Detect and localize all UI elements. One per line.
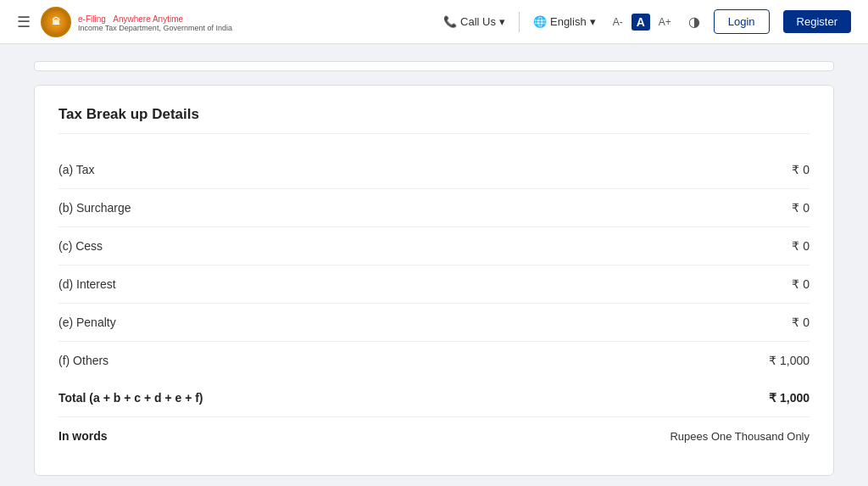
- font-normal-button[interactable]: A: [632, 14, 650, 31]
- navbar: ☰ 🏛 e-Filing Anywhere Anytime Income Tax…: [0, 0, 868, 44]
- tax-row-value: ₹ 0: [792, 163, 810, 176]
- tax-row-value: ₹ 0: [792, 277, 810, 291]
- navbar-left: ☰ 🏛 e-Filing Anywhere Anytime Income Tax…: [17, 7, 430, 37]
- total-value: ₹ 1,000: [769, 391, 810, 405]
- navbar-right: 📞 Call Us ▾ 🌐 English ▾ A- A A+ ◑ Login …: [443, 9, 851, 34]
- hamburger-icon[interactable]: ☰: [17, 13, 31, 31]
- logo-emblem: 🏛: [41, 7, 71, 37]
- logo-subtitle: Income Tax Department, Government of Ind…: [78, 25, 232, 33]
- total-label: Total (a + b + c + d + e + f): [58, 391, 203, 405]
- tax-row-value: ₹ 0: [792, 316, 810, 329]
- logo-efiling-text: e-Filing Anywhere Anytime: [78, 10, 232, 25]
- login-button[interactable]: Login: [714, 9, 770, 34]
- tax-row: (f) Others₹ 1,000: [58, 342, 810, 379]
- call-us-chevron: ▾: [499, 15, 505, 28]
- register-button[interactable]: Register: [783, 10, 851, 33]
- tax-words-row: In words Rupees One Thousand Only: [58, 417, 810, 455]
- tax-row-label: (c) Cess: [58, 239, 103, 253]
- contrast-button[interactable]: ◑: [688, 14, 700, 30]
- tax-breakup-card: Tax Break up Details (a) Tax₹ 0(b) Surch…: [34, 85, 834, 476]
- call-us-button[interactable]: 📞 Call Us ▾: [443, 15, 505, 28]
- main-content: Tax Break up Details (a) Tax₹ 0(b) Surch…: [0, 44, 868, 486]
- font-increase-button[interactable]: A+: [655, 14, 675, 30]
- tax-row-label: (f) Others: [58, 354, 108, 367]
- font-controls: A- A A+: [609, 14, 675, 31]
- tax-total-row: Total (a + b + c + d + e + f) ₹ 1,000: [58, 379, 810, 417]
- logo-text: e-Filing Anywhere Anytime Income Tax Dep…: [78, 10, 232, 33]
- tax-row-label: (b) Surcharge: [58, 201, 131, 215]
- phone-icon: 📞: [443, 15, 457, 28]
- tax-row-label: (d) Interest: [58, 277, 116, 291]
- tax-row-label: (a) Tax: [58, 163, 95, 176]
- top-section-divider: [34, 61, 834, 71]
- tax-row: (b) Surcharge₹ 0: [58, 189, 810, 227]
- globe-icon: 🌐: [533, 15, 547, 28]
- tax-row: (c) Cess₹ 0: [58, 227, 810, 265]
- words-value: Rupees One Thousand Only: [670, 430, 810, 443]
- tax-row: (e) Penalty₹ 0: [58, 304, 810, 342]
- tax-row-value: ₹ 0: [792, 201, 810, 215]
- tax-row: (d) Interest₹ 0: [58, 265, 810, 304]
- language-selector[interactable]: 🌐 English ▾: [533, 15, 596, 28]
- tax-row-label: (e) Penalty: [58, 316, 116, 329]
- font-decrease-button[interactable]: A-: [609, 14, 626, 30]
- tax-row: (a) Tax₹ 0: [58, 151, 810, 189]
- card-title: Tax Break up Details: [58, 106, 810, 134]
- call-us-label: Call Us: [460, 15, 496, 28]
- nav-divider-1: [519, 12, 520, 32]
- logo-tagline: Anywhere Anytime: [113, 14, 183, 24]
- language-label: English: [550, 15, 587, 28]
- tax-row-value: ₹ 0: [792, 239, 810, 253]
- tax-rows-container: (a) Tax₹ 0(b) Surcharge₹ 0(c) Cess₹ 0(d)…: [58, 151, 810, 379]
- words-label: In words: [58, 429, 108, 443]
- language-chevron: ▾: [590, 15, 596, 28]
- tax-row-value: ₹ 1,000: [769, 354, 810, 367]
- logo-area: 🏛 e-Filing Anywhere Anytime Income Tax D…: [41, 7, 232, 37]
